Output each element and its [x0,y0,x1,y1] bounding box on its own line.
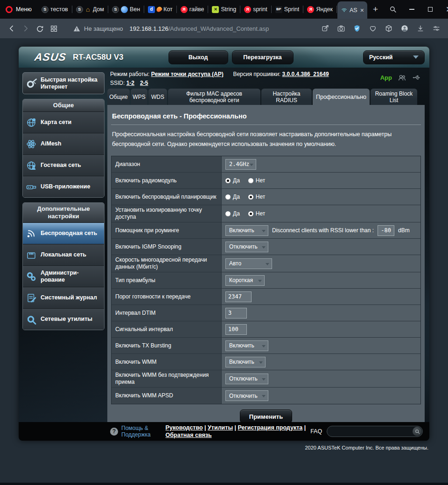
radio-unselected[interactable] [225,211,231,216]
ssid-link[interactable]: 2-5 [140,80,148,86]
close-window-button[interactable]: ✕ [440,0,448,19]
string-favicon: ✕ [212,6,219,13]
tab-settings[interactable]: Общие [107,89,130,105]
address-bar[interactable]: 192.168.1.126/Advanced_WAdvanced_Content… [130,25,269,32]
footer-link[interactable]: Регистрация продукта [238,424,303,431]
text-input[interactable]: 2347 [225,291,252,302]
ya-favicon: Я [181,6,188,13]
usb-icon[interactable] [412,73,421,82]
sidebar-item-wireless[interactable]: Беспроводная сеть [23,222,104,244]
downloads-icon[interactable] [413,21,427,35]
bookmark-heart-icon[interactable] [366,21,380,35]
tile-view-icon[interactable] [47,21,61,35]
tab-settings[interactable]: Фильтр MAC адресов беспроводной сети [168,89,260,105]
dropdown-select[interactable]: Отключить [225,374,268,384]
firmware-link[interactable]: 3.0.0.4.386_21649 [282,71,329,77]
browser-tab[interactable]: AS× [337,1,367,19]
quick-setup-button[interactable]: Быстрая настройка Интернет [22,72,105,94]
security-badge[interactable]: Не защищено [73,25,123,33]
help-icon[interactable]: ? [110,428,118,436]
browser-tab[interactable]: Яsprint [241,0,271,19]
share-icon[interactable] [318,21,332,35]
sidebar-item-net-tools[interactable]: Сетевые утилиты [23,308,104,330]
dropdown-select[interactable]: Отключить [225,390,268,401]
browser-tab[interactable]: Sтестов [38,0,71,19]
sidebar-item-usb-app[interactable]: USB-приложение [23,176,104,197]
text-input[interactable]: -80 [378,225,394,236]
text-input[interactable]: 100 [225,324,247,335]
snapshot-camera-icon[interactable] [334,21,348,35]
tab-settings[interactable]: WPS [131,89,147,105]
radio-option[interactable]: Нет [248,177,265,184]
browser-tab-title: AS [350,7,357,14]
tab-settings[interactable]: Настройка RADIUS [261,89,312,105]
extensions-box-icon[interactable] [382,21,396,35]
app-link[interactable]: App [380,74,392,81]
dropdown-select[interactable]: Включить [225,357,266,367]
reload-icon[interactable] [33,21,47,35]
opera-menu-button[interactable]: Меню [0,6,38,13]
ssid-link[interactable]: 1-2 [126,80,134,86]
browser-tab[interactable]: S⌂Дом [73,0,107,19]
dropdown-select[interactable]: Авто [225,258,272,269]
radio-selected[interactable] [248,194,253,200]
reboot-button[interactable]: Перезагрузка [232,50,294,64]
footer-link[interactable]: Руководство [166,424,203,431]
sidebar-item-admin[interactable]: Администри- рование [23,265,104,287]
tab-active-settings[interactable]: Профессионально [313,89,370,105]
language-select[interactable]: Русский [363,50,425,64]
browser-tab[interactable]: Ягайве [177,0,208,19]
sidebar-item-network-map[interactable]: Карта сети [23,111,104,133]
minimize-button[interactable] [402,0,421,19]
faq-search-box[interactable] [327,426,423,437]
faq-search-input[interactable] [332,427,411,436]
tab-settings[interactable]: Roaming Block List [371,89,417,105]
tab-settings[interactable]: WDS [148,89,167,105]
sidebar-item-label: Администри- рование [41,270,79,284]
radio-option[interactable]: Да [225,177,240,184]
radio-selected[interactable] [248,211,253,216]
new-tab-button[interactable]: + [367,4,384,14]
radio-option[interactable]: Нет [248,210,265,217]
table-row: Установить изолированную точку доступаДа… [112,205,420,222]
text-input[interactable]: 3 [225,308,247,319]
apply-button[interactable]: Применить [240,409,292,423]
dropdown-select[interactable]: Отключить [225,242,268,252]
browser-tab[interactable]: dКот [145,0,176,19]
search-icon[interactable] [384,0,402,19]
dropdown-select[interactable]: Включить [225,225,268,236]
mode-link[interactable]: Режим точки доступа (AP) [151,71,224,77]
back-icon[interactable] [5,21,19,35]
clients-icon[interactable] [398,73,406,82]
help-support-label[interactable]: Помощь & Поддержка [121,425,151,438]
faq-search-button[interactable] [413,427,422,436]
browser-tab[interactable]: BPSprint [272,0,303,19]
radio-unselected[interactable] [225,194,231,200]
radio-unselected[interactable] [248,178,253,183]
radio-option[interactable]: Да [225,210,240,217]
browser-tab[interactable]: SВен [109,0,143,19]
maximize-button[interactable] [421,0,440,19]
radio-selected[interactable] [225,178,231,183]
page-description: Профессиональная настройка беспроводной … [107,125,425,155]
radio-option[interactable]: Да [225,194,240,200]
tab-close-icon[interactable]: × [360,7,364,14]
footer-link[interactable]: Обратная связь [166,432,212,438]
sidebar-item-guest-network[interactable]: Гостевая сеть [23,154,104,176]
logout-button[interactable]: Выход [168,50,228,64]
footer-link[interactable]: Утилиты [208,424,233,431]
sidebar-item-lan[interactable]: Локальная сеть [23,244,104,265]
sidebar-item-syslog[interactable]: Системный журнал [23,287,104,308]
browser-tab[interactable]: ЯЯндек [304,0,336,19]
dropdown-select[interactable]: 2.4GHz [225,159,256,170]
radio-option[interactable]: Нет [248,194,265,200]
settings-sliders-icon[interactable] [429,21,443,35]
forward-icon[interactable] [19,21,33,35]
adblock-shield-icon[interactable] [350,21,364,35]
browser-tab[interactable]: ✕String [209,0,239,19]
profile-avatar[interactable] [398,21,412,35]
dropdown-select[interactable]: Короткая [225,275,265,286]
sidebar-item-aimesh[interactable]: AiMesh [23,133,104,154]
sidebar-item-label: Гостевая сеть [41,162,81,169]
dropdown-select[interactable]: Включить [225,340,268,351]
